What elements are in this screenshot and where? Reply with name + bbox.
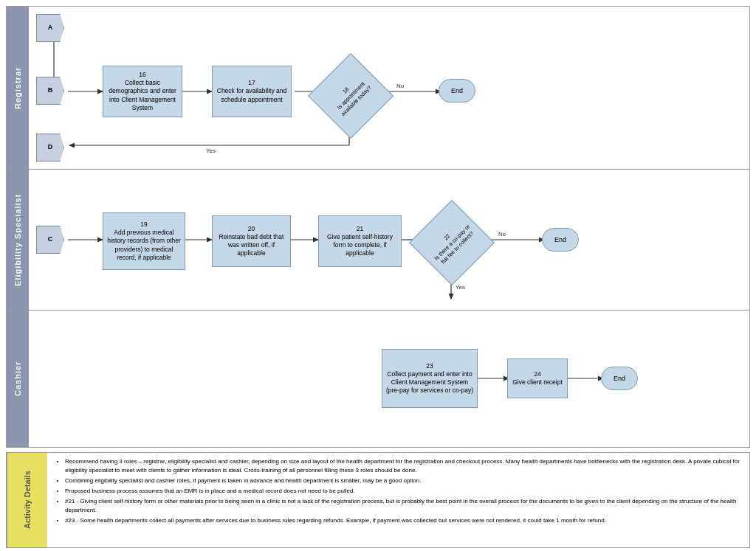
terminator-end-2: End: [542, 228, 579, 252]
swimlane-registrar: Registrar: [7, 7, 749, 170]
swimlane-cashier: Cashier 23Collect payment and enter int: [7, 311, 749, 447]
task-20-label: 20Reinstate bad debt that was written of…: [216, 225, 287, 257]
task-21: 21Give patient self-history form to comp…: [318, 215, 402, 267]
lane-label-eligibility: Eligibility Specialist: [7, 170, 29, 310]
offpage-A: A: [36, 14, 64, 42]
terminator-end-1: End: [439, 79, 475, 103]
task-16-label: 16Collect basic demographics and enter i…: [106, 71, 179, 111]
main-container: Registrar: [0, 0, 756, 551]
lane-label-cashier: Cashier: [7, 311, 29, 447]
activity-bullet-1: Recommend having 3 roles – registrar, el…: [65, 457, 742, 475]
offpage-C: C: [36, 226, 64, 254]
svg-text:Yes: Yes: [206, 148, 216, 154]
offpage-D: D: [36, 134, 64, 162]
end-1-label: End: [451, 87, 463, 94]
task-17: 17Check for availability and schedule ap…: [212, 66, 292, 117]
activity-bullet-3: Proposed business process assumes that a…: [65, 487, 742, 496]
task-17-label: 17Check for availability and schedule ap…: [216, 79, 288, 103]
svg-text:No: No: [498, 231, 506, 238]
lane-content-eligibility: No Yes C 19Add previous medical history …: [29, 170, 749, 310]
task-19: 19Add previous medical history records (…: [103, 212, 185, 270]
activity-details-content: Recommend having 3 roles – registrar, el…: [47, 453, 749, 547]
activity-details-list: Recommend having 3 roles – registrar, el…: [55, 457, 742, 525]
swimlane-eligibility: Eligibility Specialist: [7, 170, 749, 311]
task-16: 16Collect basic demographics and enter i…: [103, 66, 182, 117]
lane-label-registrar: Registrar: [7, 7, 29, 169]
end-3-label: End: [614, 375, 625, 382]
swimlane-diagram: Registrar: [6, 6, 750, 448]
task-20: 20Reinstate bad debt that was written of…: [212, 215, 291, 267]
activity-bullet-5: #23 - Some health departments collect al…: [65, 516, 742, 525]
activity-details-label: Activity Details: [7, 453, 47, 547]
task-23: 23Collect payment and enter into Client …: [382, 349, 478, 408]
activity-bullet-2: Combining eligibility specialist and cas…: [65, 477, 742, 485]
offpage-B: B: [36, 77, 64, 105]
lane-content-registrar: No Yes A B D 16Collect basic demographic…: [29, 7, 749, 169]
task-24: 24Give client receipt: [507, 358, 568, 398]
task-19-label: 19Add previous medical history records (…: [106, 221, 182, 261]
end-2-label: End: [554, 236, 566, 243]
terminator-end-3: End: [601, 367, 638, 390]
lane-content-cashier: 23Collect payment and enter into Client …: [29, 311, 749, 447]
activity-details-section: Activity Details Recommend having 3 role…: [6, 452, 750, 548]
svg-text:No: No: [396, 83, 405, 89]
activity-bullet-4: #21 - Giving client self-history form or…: [65, 497, 742, 515]
task-24-label: 24Give client receipt: [512, 370, 563, 387]
task-23-label: 23Collect payment and enter into Client …: [385, 362, 474, 395]
svg-text:Yes: Yes: [456, 284, 465, 291]
task-21-label: 21Give patient self-history form to comp…: [322, 225, 398, 257]
